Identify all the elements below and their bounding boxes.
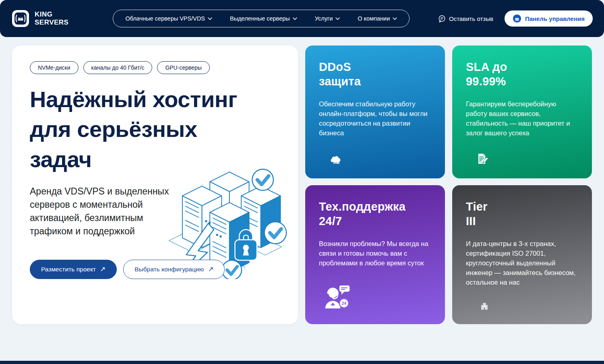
sla-card: SLA до99.99% Гарантируем бесперебойную р… <box>452 46 592 178</box>
header-right-actions: Оставить отзыв Панель управления <box>438 10 593 27</box>
feature-tags: NVMe-диски каналы до 40 Гбит/с GPU-серве… <box>30 61 280 74</box>
nav-item-services[interactable]: Услуги <box>315 15 340 22</box>
card-title: SLA до99.99% <box>466 60 578 89</box>
nav-item-about[interactable]: О компании <box>358 15 397 22</box>
king-servers-logo[interactable]: KING SERVERS <box>11 9 68 28</box>
hero-actions: Разместить проект ↗ Выбрать конфигурацию… <box>30 260 280 279</box>
datacenter-building-icon <box>466 303 503 310</box>
card-title: Тех.поддержка24/7 <box>319 200 431 229</box>
card-text: И дата-центры в 3-х странах, сертификаци… <box>466 239 578 287</box>
arrow-up-right-icon: ↗ <box>100 265 105 273</box>
logo-wordmark: KING SERVERS <box>35 10 68 26</box>
card-text: Возникли проблемы? Мы всегда на связи и … <box>319 239 431 268</box>
support-operator-icon: 24 <box>319 283 356 310</box>
speech-bubble-icon <box>438 15 446 23</box>
contract-pen-icon <box>466 153 499 164</box>
choose-configuration-button[interactable]: Выбрать конфигурацию ↗ <box>123 260 225 279</box>
tag-bandwidth: каналы до 40 Гбит/с <box>83 61 153 74</box>
card-text: Обеспечим стабильную работу онлайн-платф… <box>319 99 431 138</box>
card-title: TierIII <box>466 200 578 229</box>
next-section-edge <box>0 361 604 364</box>
crown-logo-icon <box>11 9 30 28</box>
hero-description: Аренда VDS/VPS и выделенных серверов с м… <box>30 185 183 238</box>
hero-card: NVMe-диски каналы до 40 Гбит/с GPU-серве… <box>12 46 298 324</box>
page-title: Надёжный хостинг для серьёзных задач <box>30 85 280 174</box>
badge-24: 24 <box>339 298 349 308</box>
place-project-button[interactable]: Разместить проект ↗ <box>30 260 117 279</box>
speech-bubble <box>339 285 350 295</box>
tag-gpu: GPU-серверы <box>157 61 210 74</box>
top-navigation-bar: KING SERVERS Облачные серверы VPS/VDS Вы… <box>0 0 604 37</box>
leave-feedback-link[interactable]: Оставить отзыв <box>438 15 493 23</box>
chevron-down-icon <box>208 17 212 20</box>
hero-section: NVMe-диски каналы до 40 Гбит/с GPU-серве… <box>0 37 604 324</box>
chevron-down-icon <box>335 17 340 20</box>
tag-nvme: NVMe-диски <box>30 61 79 74</box>
chevron-down-icon <box>293 17 297 20</box>
panel-crown-icon <box>513 14 521 23</box>
cloud-servers-icon <box>319 153 352 164</box>
tech-support-card: Тех.поддержка24/7 Возникли проблемы? Мы … <box>305 185 445 324</box>
card-text: Гарантируем бесперебойную работу ваших с… <box>466 99 578 138</box>
card-title: DDoSзащита <box>319 60 431 89</box>
control-panel-button[interactable]: Панель управления <box>505 10 593 27</box>
nav-item-cloud-servers[interactable]: Облачные серверы VPS/VDS <box>125 15 212 22</box>
tier-3-card: TierIII И дата-центры в 3-х странах, сер… <box>452 185 592 324</box>
arrow-up-right-icon: ↗ <box>208 265 213 273</box>
ddos-protection-card: DDoSзащита Обеспечим стабильную работу о… <box>305 46 445 178</box>
nav-item-dedicated-servers[interactable]: Выделенные серверы <box>230 15 297 22</box>
main-nav: Облачные серверы VPS/VDS Выделенные серв… <box>113 10 410 27</box>
svg-text:24: 24 <box>341 301 346 306</box>
chevron-down-icon <box>393 17 397 20</box>
padlock-icon <box>235 230 257 260</box>
